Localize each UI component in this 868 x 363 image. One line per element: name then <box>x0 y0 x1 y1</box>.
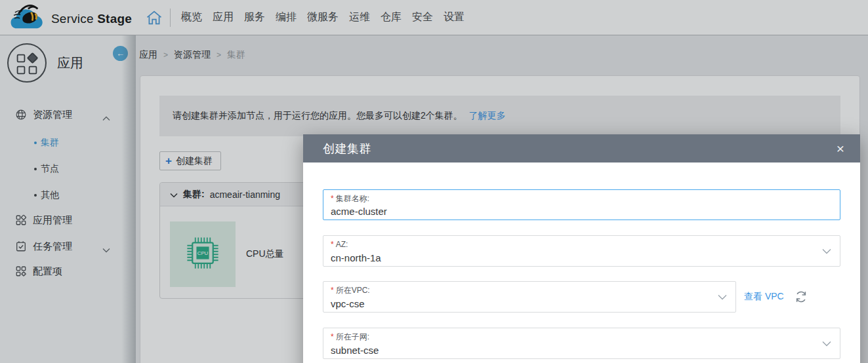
subnet-select-field[interactable]: *所在子网: subnet-cse <box>323 328 840 359</box>
create-cluster-modal: 创建集群 × *集群名称: *AZ: cn-north-1a *所在VPC: v… <box>303 134 860 363</box>
chevron-down-icon <box>718 291 727 303</box>
cluster-name-field[interactable]: *集群名称: <box>323 189 840 220</box>
subnet-selected-value: subnet-cse <box>331 344 833 356</box>
cluster-name-input[interactable] <box>331 206 812 217</box>
required-asterisk: * <box>331 240 334 249</box>
refresh-icon[interactable] <box>794 290 808 304</box>
field-label-text: AZ: <box>336 240 348 249</box>
cluster-name-label: *集群名称: <box>331 194 833 204</box>
vpc-label: *所在VPC: <box>331 286 728 296</box>
az-selected-value: cn-north-1a <box>331 252 833 264</box>
vpc-select-field[interactable]: *所在VPC: vpc-cse <box>323 281 736 313</box>
required-asterisk: * <box>331 332 334 341</box>
vpc-actions: 查看 VPC <box>744 281 808 313</box>
chevron-down-icon <box>822 245 831 257</box>
field-label-text: 集群名称: <box>336 194 369 203</box>
required-asterisk: * <box>331 194 334 203</box>
modal-close-button[interactable]: × <box>834 134 847 162</box>
vpc-selected-value: vpc-cse <box>331 297 728 310</box>
field-label-text: 所在VPC: <box>336 286 370 295</box>
view-vpc-link[interactable]: 查看 VPC <box>744 291 784 303</box>
field-label-text: 所在子网: <box>336 332 369 341</box>
az-label: *AZ: <box>331 240 833 250</box>
modal-header: 创建集群 <box>303 134 860 162</box>
modal-title: 创建集群 <box>323 141 371 157</box>
close-icon: × <box>837 141 844 157</box>
required-asterisk: * <box>331 286 334 295</box>
chevron-down-icon <box>822 337 831 349</box>
subnet-label: *所在子网: <box>331 332 833 342</box>
az-select-field[interactable]: *AZ: cn-north-1a <box>323 235 840 267</box>
